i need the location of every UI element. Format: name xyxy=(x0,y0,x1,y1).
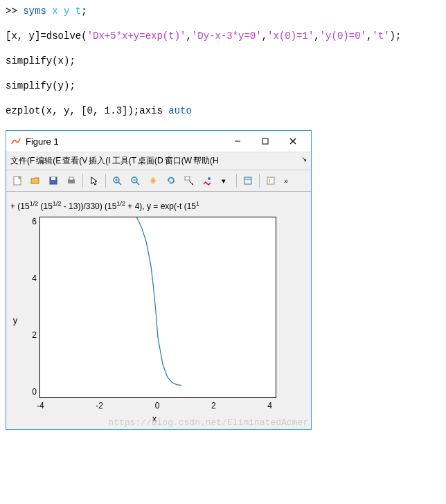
brush-icon[interactable] xyxy=(199,172,215,189)
xtick: -4 xyxy=(37,401,44,411)
y-axis-label: y xyxy=(9,217,21,424)
matlab-figure-icon xyxy=(10,136,21,147)
svg-line-14 xyxy=(136,182,139,185)
code-line-4: simplify(y); xyxy=(6,80,440,91)
toolbar-separator xyxy=(236,174,237,188)
toolbar-overflow-icon[interactable]: » xyxy=(280,172,292,189)
link-icon[interactable]: ▾ xyxy=(217,172,233,189)
svg-rect-6 xyxy=(51,177,55,180)
x-axis-label: x xyxy=(37,411,272,424)
xtick: -2 xyxy=(96,401,103,411)
legend-icon[interactable] xyxy=(262,172,279,189)
toolbar-separator xyxy=(82,174,83,188)
code-line-1: >> syms x y t; xyxy=(6,6,440,17)
figure-title: Figure 1 xyxy=(26,136,224,147)
menu-insert[interactable]: 插入(I xyxy=(89,155,110,167)
plot-area: + (151/2 (151/2 - 13))/330) (151/2 + 4),… xyxy=(6,192,311,429)
titlebar: Figure 1 xyxy=(6,131,311,152)
minimize-button[interactable] xyxy=(224,132,251,151)
menu-tools[interactable]: 工具(T xyxy=(112,155,136,167)
toolbar: ▾ » xyxy=(6,170,311,192)
pan-icon[interactable] xyxy=(145,172,161,189)
ytick: 4 xyxy=(21,273,37,283)
svg-rect-20 xyxy=(244,177,251,184)
code-line-3: simplify(x); xyxy=(6,55,440,66)
svg-rect-16 xyxy=(185,177,190,180)
pointer-icon[interactable] xyxy=(86,172,102,189)
menubar: 文件(F 编辑(E 查看(V 插入(I 工具(T 桌面(D 窗口(W 帮助(H … xyxy=(6,152,311,170)
menu-edit[interactable]: 编辑(E xyxy=(36,155,61,167)
save-icon[interactable] xyxy=(45,172,62,189)
ytick: 6 xyxy=(21,217,37,226)
colorbar-icon[interactable] xyxy=(240,172,256,189)
y-ticks: 6 4 2 0 xyxy=(21,217,39,397)
line-plot xyxy=(40,217,276,397)
code-line-5: ezplot(x, y, [0, 1.3]);axis auto xyxy=(6,105,440,116)
axes[interactable] xyxy=(39,217,276,398)
svg-rect-1 xyxy=(262,138,268,144)
svg-line-10 xyxy=(118,182,121,185)
ytick: 2 xyxy=(21,330,37,340)
toolbar-separator xyxy=(259,174,260,188)
menu-file[interactable]: 文件(F xyxy=(10,155,35,167)
zoom-out-icon[interactable] xyxy=(127,172,143,189)
code-line-2: [x, y]=dsolve('Dx+5*x+y=exp(t)','Dy-x-3*… xyxy=(6,30,440,42)
svg-rect-8 xyxy=(69,177,73,180)
zoom-in-icon[interactable] xyxy=(109,172,125,189)
svg-point-17 xyxy=(192,183,193,185)
xtick: 4 xyxy=(267,401,272,411)
svg-text:▾: ▾ xyxy=(222,177,226,185)
close-button[interactable] xyxy=(279,132,307,151)
rotate-icon[interactable] xyxy=(163,172,179,189)
menu-overflow[interactable]: ↘ xyxy=(301,155,307,167)
xtick: 2 xyxy=(211,401,216,411)
menu-view[interactable]: 查看(V xyxy=(62,155,87,167)
figure-window: Figure 1 文件(F 编辑(E 查看(V 插入(I 工具(T 桌面(D 窗… xyxy=(6,130,312,430)
open-icon[interactable] xyxy=(27,172,44,189)
maximize-button[interactable] xyxy=(251,132,279,151)
menu-help[interactable]: 帮助(H xyxy=(193,155,219,167)
svg-rect-22 xyxy=(267,177,274,184)
datacursor-icon[interactable] xyxy=(181,172,197,189)
svg-rect-23 xyxy=(269,179,270,183)
x-ticks: -4 -2 0 2 4 xyxy=(37,398,272,411)
xtick: 0 xyxy=(155,401,160,411)
menu-window[interactable]: 窗口(W xyxy=(165,155,192,167)
menu-desktop[interactable]: 桌面(D xyxy=(138,155,163,167)
new-icon[interactable] xyxy=(9,172,26,189)
ytick: 0 xyxy=(21,387,37,397)
svg-point-18 xyxy=(208,177,211,180)
toolbar-separator xyxy=(105,174,106,188)
print-icon[interactable] xyxy=(63,172,80,189)
plot-title: + (151/2 (151/2 - 13))/330) (151/2 + 4),… xyxy=(9,197,305,217)
